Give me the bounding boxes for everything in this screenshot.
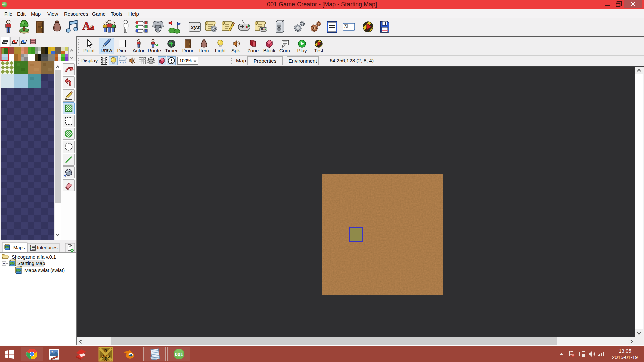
svg-text:A: A [82, 20, 91, 32]
svg-text:a: a [90, 22, 94, 32]
svg-text:Interfaces: Interfaces [37, 245, 57, 250]
svg-text:X: X [104, 357, 107, 362]
svg-text:001: 001 [175, 351, 183, 357]
svg-text:Maps: Maps [13, 245, 25, 250]
svg-text:xyz: xyz [190, 24, 200, 31]
svg-text:B: B [104, 349, 107, 353]
svg-text:A: A [345, 25, 347, 28]
